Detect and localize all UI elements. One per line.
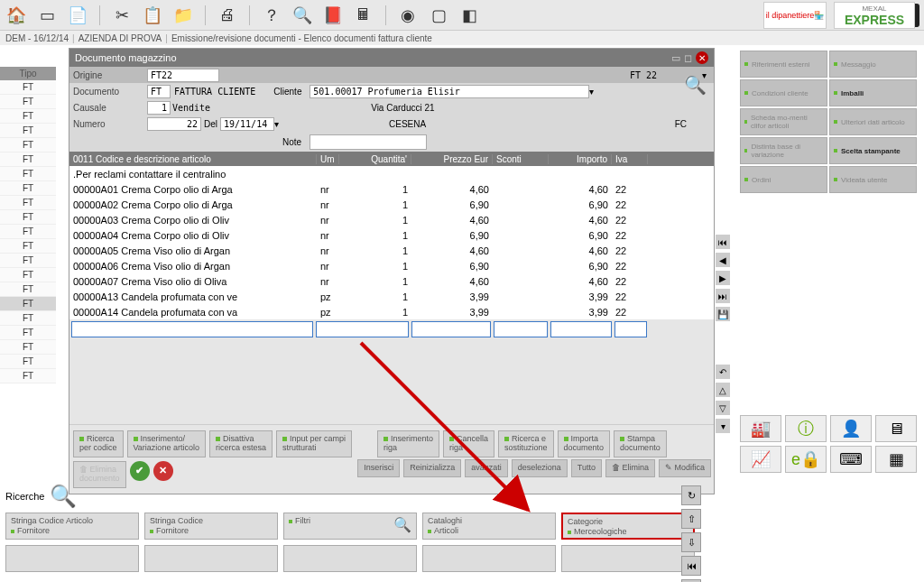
grid-row[interactable]: 00000A14 Candela profumata con vapz13,99… xyxy=(69,304,714,319)
home-icon[interactable]: 🏠 xyxy=(5,4,28,27)
btn2-tutto[interactable]: Tutto xyxy=(571,459,602,477)
sc-empty4[interactable] xyxy=(422,545,556,572)
new-iva-input[interactable] xyxy=(614,321,647,337)
sc-stringa-art[interactable]: Stringa Codice ArticoloFornitore xyxy=(5,513,139,540)
nav-prev-icon[interactable]: ◀ xyxy=(716,253,730,267)
rp-imballi[interactable]: Imballi xyxy=(829,79,917,106)
doc-out-icon[interactable]: 📄 xyxy=(66,4,89,27)
book-icon[interactable]: 📕 xyxy=(321,4,345,27)
type-row[interactable]: FT xyxy=(0,311,56,326)
grid-row[interactable]: 00000A07 Crema Viso olio di Olivanr14,60… xyxy=(69,273,714,289)
new-imp-input[interactable] xyxy=(550,321,612,337)
nav-dn-icon[interactable]: ▽ xyxy=(716,401,730,415)
rp-riferimenti[interactable]: Riferimenti esterni xyxy=(740,51,827,78)
type-row[interactable]: FT xyxy=(0,355,56,369)
sc-empty5[interactable] xyxy=(561,545,695,572)
type-row[interactable]: FT xyxy=(0,109,56,124)
btn-ins-riga[interactable]: Inserimentoriga xyxy=(377,430,439,457)
record-icon[interactable]: ◉ xyxy=(396,4,420,27)
ss-refresh-icon[interactable]: ↻ xyxy=(681,485,701,505)
copy-icon[interactable]: 📋 xyxy=(141,4,164,27)
new-sc-input[interactable] xyxy=(494,321,548,337)
btn2-elimina[interactable]: 🗑 Elimina xyxy=(605,459,655,477)
bi-monitor-icon[interactable]: 🖥 xyxy=(875,415,917,442)
sc-cataloghi[interactable]: CataloghiArticoli xyxy=(422,513,556,540)
new-qty-input[interactable] xyxy=(316,321,409,337)
type-row[interactable]: FT xyxy=(0,210,56,225)
type-row[interactable]: FT xyxy=(0,152,56,167)
type-row[interactable]: FT xyxy=(0,124,56,138)
del-input[interactable] xyxy=(220,117,274,131)
folder-icon[interactable]: 📁 xyxy=(171,4,195,27)
sc-categorie[interactable]: CategorieMerceologiche xyxy=(561,513,695,540)
type-row[interactable]: FT xyxy=(0,167,56,181)
rp-distinta[interactable]: Distinta base di variazione xyxy=(740,137,827,164)
rp-videata[interactable]: Videata utente xyxy=(829,166,917,193)
nav-save-icon[interactable]: 💾 xyxy=(716,307,730,321)
type-row[interactable]: FT xyxy=(0,282,56,297)
type-row[interactable]: FT xyxy=(0,138,56,152)
grid-row[interactable]: 00000A13 Candela profumata con vepz13,99… xyxy=(69,289,714,304)
rp-ulteriori[interactable]: Ulteriori dati articolo xyxy=(829,108,917,135)
type-row[interactable]: FT xyxy=(0,268,56,282)
btn2-reinit[interactable]: Reinizializza xyxy=(403,459,461,477)
documento-input[interactable] xyxy=(147,85,171,98)
nav-next-icon[interactable]: ▶ xyxy=(716,271,730,285)
type-row[interactable]: FT xyxy=(0,95,56,109)
btn2-avanzati[interactable]: avanzati xyxy=(465,459,508,477)
grid-row[interactable]: 00000A03 Crema Corpo olio di Olivnr14,60… xyxy=(69,212,714,227)
type-row[interactable]: FT xyxy=(0,297,56,311)
origine-input[interactable] xyxy=(147,69,219,82)
sc-filtri[interactable]: Filtri🔍 xyxy=(283,513,417,540)
btn-ricerca-codice[interactable]: Ricercaper codice xyxy=(73,430,124,457)
btn2-inserisci[interactable]: Inserisci xyxy=(357,459,400,477)
search-mag-icon[interactable]: 🔍 xyxy=(50,484,77,509)
cut-icon[interactable]: ✂ xyxy=(110,4,134,27)
btn2-modifica[interactable]: ✎ Modifica xyxy=(659,459,711,477)
grid-row[interactable]: 00000A04 Crema Corpo olio di Olivnr16,90… xyxy=(69,227,714,243)
numero-input[interactable] xyxy=(147,117,201,131)
rp-ordini[interactable]: Ordini xyxy=(740,166,827,193)
rp-stampante[interactable]: Scelta stampante xyxy=(829,137,917,164)
nav-first-icon[interactable]: ⏮ xyxy=(716,235,730,249)
rp-messaggio[interactable]: Messaggio xyxy=(829,51,917,78)
type-row[interactable]: FT xyxy=(0,340,56,355)
type-row[interactable]: FT xyxy=(0,196,56,210)
bi-grid-icon[interactable]: ▦ xyxy=(875,446,917,473)
sc-empty2[interactable] xyxy=(144,545,278,572)
grid-row[interactable]: 00000A01 Crema Corpo olio di Arganr14,60… xyxy=(69,181,714,197)
grid-row[interactable]: 00000A02 Crema Corpo olio di Arganr16,90… xyxy=(69,197,714,212)
screen-icon[interactable]: ▢ xyxy=(427,4,450,27)
btn-canc-riga[interactable]: Cancellariga xyxy=(443,430,494,457)
grid-row[interactable]: 00000A05 Crema Viso olio di Argannr14,60… xyxy=(69,243,714,258)
rp-condizioni[interactable]: Condizioni cliente xyxy=(740,79,827,106)
nav-last-icon[interactable]: ⏭ xyxy=(716,289,730,303)
type-row[interactable]: FT xyxy=(0,369,56,383)
sc-empty1[interactable] xyxy=(5,545,139,572)
type-row[interactable]: FT xyxy=(0,225,56,239)
help-icon[interactable]: ？ xyxy=(260,4,283,27)
sc-stringa-cod[interactable]: Stringa CodiceFornitore xyxy=(144,513,278,540)
btn-disattiva-ricerca[interactable]: Disattivaricerca estesa xyxy=(209,430,273,457)
ss-dn-icon[interactable]: ⇩ xyxy=(681,532,701,552)
bi-chart-icon[interactable]: 📈 xyxy=(740,446,781,473)
btn-importa-doc[interactable]: Importadocumento xyxy=(558,430,611,457)
bi-info-icon[interactable]: ⓘ xyxy=(785,415,827,442)
type-row[interactable]: FT xyxy=(0,239,56,254)
cliente-input[interactable] xyxy=(310,85,589,98)
calc-icon[interactable]: 🖩 xyxy=(352,4,375,27)
btn-ricerca-sost[interactable]: Ricerca esostituzione xyxy=(498,430,554,457)
magnifier-icon[interactable]: 🔍 xyxy=(684,74,707,96)
rp-scheda[interactable]: Scheda mo-menti clifor articoli xyxy=(740,108,827,135)
type-row[interactable]: FT xyxy=(0,181,56,196)
bi-factory-icon[interactable]: 🏭 xyxy=(740,415,781,442)
print-icon[interactable]: 🖨 xyxy=(216,4,239,27)
new-code-input[interactable] xyxy=(71,321,313,337)
nav-end-icon[interactable]: ▾ xyxy=(716,419,730,433)
search-icon[interactable]: 🔍 xyxy=(291,4,314,27)
bi-user-icon[interactable]: 👤 xyxy=(830,415,872,442)
type-row[interactable]: FT xyxy=(0,254,56,268)
btn2-deseleziona[interactable]: deseleziona xyxy=(512,459,568,477)
sc-empty3[interactable] xyxy=(283,545,417,572)
note-input[interactable] xyxy=(310,134,427,150)
